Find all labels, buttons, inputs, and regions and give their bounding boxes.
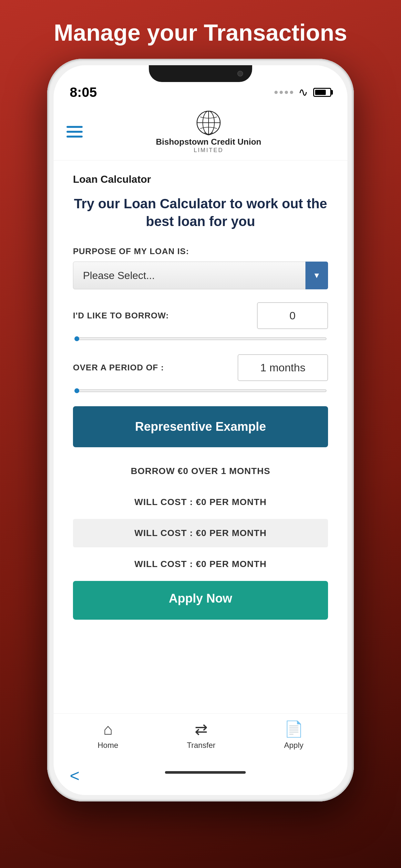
purpose-label: PURPOSE OF MY LOAN IS: — [73, 246, 328, 256]
bottom-nav: ⌂ Home ⇄ Transfer 📄 Apply — [54, 713, 347, 760]
transfer-icon: ⇄ — [195, 720, 208, 738]
apply-now-button[interactable]: Apply Now — [73, 581, 328, 620]
rep-example-button[interactable]: Representive Example — [73, 406, 328, 447]
notch — [149, 65, 252, 82]
status-icons: ∿ — [274, 86, 331, 99]
period-slider[interactable] — [74, 390, 327, 392]
status-time: 8:05 — [70, 85, 97, 100]
period-slider-container — [73, 388, 328, 393]
phone-screen: 8:05 ∿ — [54, 65, 347, 795]
dropdown-wrapper: Please Select... — [73, 261, 328, 289]
result-row-2: WILL COST : €0 PER MONTH — [73, 488, 328, 516]
signal-icon — [274, 91, 293, 94]
purpose-select[interactable]: Please Select... — [73, 261, 328, 289]
period-value-box: 1 months — [238, 354, 328, 381]
home-icon: ⌂ — [103, 720, 113, 738]
apply-label: Apply — [284, 741, 304, 750]
notch-camera — [237, 71, 243, 76]
hamburger-menu[interactable] — [66, 126, 83, 137]
result-row-3: WILL COST : €0 PER MONTH — [73, 519, 328, 547]
period-row: OVER A PERIOD OF : 1 months — [73, 354, 328, 381]
period-label: OVER A PERIOD OF : — [73, 363, 164, 373]
borrow-slider[interactable] — [74, 337, 327, 340]
period-section: OVER A PERIOD OF : 1 months — [73, 354, 328, 393]
home-indicator — [165, 771, 246, 774]
borrow-value-box: 0 — [257, 302, 328, 329]
main-content: Loan Calculator Try our Loan Calculator … — [54, 160, 347, 713]
nav-item-apply[interactable]: 📄 Apply — [284, 720, 304, 750]
home-label: Home — [97, 741, 118, 750]
borrow-row: I'D LIKE TO BORROW: 0 — [73, 302, 328, 329]
nav-item-transfer[interactable]: ⇄ Transfer — [187, 720, 215, 750]
page-bg-title: Manage your Transactions — [0, 0, 401, 59]
logo-name: Bishopstown Credit Union — [156, 137, 261, 147]
app-header: Bishopstown Credit Union LIMITED — [54, 103, 347, 160]
result-row-1: BORROW €0 OVER 1 MONTHS — [73, 457, 328, 485]
section-title: Loan Calculator — [73, 174, 328, 185]
back-button[interactable]: < — [70, 766, 80, 785]
phone-frame: 8:05 ∿ — [47, 59, 354, 802]
purpose-section: PURPOSE OF MY LOAN IS: Please Select... — [73, 246, 328, 289]
result-row-4: WILL COST : €0 PER MONTH — [73, 550, 328, 578]
borrow-label: I'D LIKE TO BORROW: — [73, 311, 169, 321]
borrow-section: I'D LIKE TO BORROW: 0 — [73, 302, 328, 341]
back-area: < — [54, 760, 347, 795]
battery-icon — [313, 88, 331, 97]
apply-icon: 📄 — [284, 720, 304, 738]
wifi-icon: ∿ — [298, 86, 308, 99]
logo-subtitle: LIMITED — [194, 147, 223, 154]
logo-globe — [196, 110, 221, 135]
transfer-label: Transfer — [187, 741, 215, 750]
hero-text: Try our Loan Calculator to work out the … — [73, 195, 328, 230]
logo-area: Bishopstown Credit Union LIMITED — [83, 110, 335, 154]
borrow-slider-container — [73, 336, 328, 341]
nav-item-home[interactable]: ⌂ Home — [97, 720, 118, 750]
